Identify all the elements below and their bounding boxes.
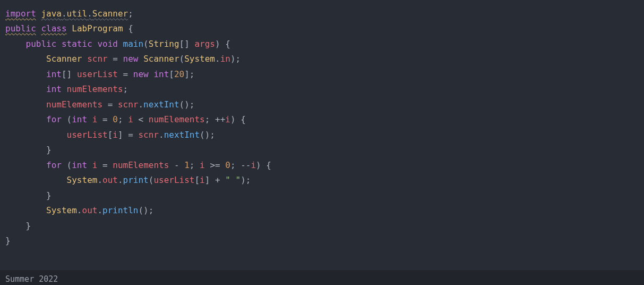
- code-token: (: [149, 175, 154, 185]
- code-token: ) {: [256, 160, 271, 170]
- code-token: ();: [179, 99, 195, 110]
- code-token: ] =: [118, 130, 139, 140]
- code-token: .: [118, 175, 123, 185]
- code-token: out: [102, 175, 118, 185]
- code-token: =: [108, 54, 123, 64]
- code-token: numElements: [113, 160, 169, 170]
- code-token: .: [97, 175, 102, 185]
- code-token: ();: [200, 130, 215, 140]
- code-token: Scanner: [92, 9, 128, 19]
- code-token: (: [62, 160, 72, 170]
- code-token: java: [41, 9, 62, 19]
- code-line[interactable]: numElements = scnr.nextInt();: [5, 97, 639, 112]
- code-line[interactable]: public class LabProgram {: [5, 21, 639, 36]
- code-line[interactable]: userList[i] = scnr.nextInt();: [5, 128, 639, 142]
- code-token: import: [5, 9, 36, 19]
- code-line[interactable]: }: [5, 233, 639, 248]
- code-token: scnr: [138, 130, 159, 140]
- code-token: 20: [174, 69, 184, 79]
- code-line[interactable]: public static void main(String[] args) {: [5, 37, 639, 52]
- code-token: [67, 23, 72, 33]
- code-token: ];: [184, 69, 194, 79]
- code-token: >=: [205, 160, 226, 170]
- code-editor[interactable]: import java.util.Scanner;public class La…: [0, 0, 644, 254]
- code-token: ; --: [230, 160, 251, 170]
- code-token: }: [46, 145, 51, 155]
- code-token: class: [41, 23, 66, 33]
- code-token: new: [133, 69, 149, 79]
- code-token: 1: [184, 160, 190, 170]
- code-token: i: [225, 114, 230, 124]
- code-token: new: [123, 54, 139, 64]
- code-token: println: [102, 205, 138, 215]
- status-bar: Summer 2022: [0, 270, 644, 285]
- code-token: ) {: [215, 39, 230, 49]
- code-token: =: [97, 114, 113, 124]
- code-token: public: [5, 23, 36, 33]
- code-line[interactable]: int numElements;: [5, 82, 639, 97]
- code-token: Scanner: [46, 54, 82, 64]
- code-token: [118, 39, 123, 49]
- code-token: numElements: [149, 114, 205, 124]
- code-token: []: [62, 69, 77, 79]
- code-token: =: [118, 69, 133, 79]
- code-token: [92, 39, 98, 49]
- code-line[interactable]: }: [5, 219, 639, 233]
- code-token: 0: [113, 114, 118, 124]
- code-token: ;: [123, 84, 128, 94]
- code-token: [62, 84, 67, 94]
- code-token: util: [67, 9, 88, 19]
- code-token: ();: [138, 205, 153, 215]
- code-line[interactable]: for (int i = 0; i < numElements; ++i) {: [5, 112, 639, 127]
- code-token: int: [46, 69, 62, 79]
- code-line[interactable]: Scanner scnr = new Scanner(System.in);: [5, 52, 639, 66]
- code-token: ; ++: [205, 114, 226, 124]
- code-token: i: [128, 114, 133, 124]
- code-token: 0: [225, 160, 230, 170]
- code-token: );: [230, 54, 241, 64]
- code-token: [36, 9, 41, 19]
- code-token: }: [26, 221, 31, 231]
- code-line[interactable]: }: [5, 142, 639, 157]
- code-token: .: [87, 9, 92, 19]
- code-token: }: [46, 190, 51, 200]
- code-token: main: [123, 39, 144, 49]
- code-token: {: [123, 23, 133, 33]
- code-token: (: [143, 39, 149, 49]
- code-token: args: [194, 39, 215, 49]
- code-token: }: [5, 236, 11, 246]
- code-token: void: [97, 39, 118, 49]
- code-token: [87, 114, 92, 124]
- code-line[interactable]: for (int i = numElements - 1; i >= 0; --…: [5, 158, 639, 173]
- code-token: String: [149, 39, 179, 49]
- code-token: );: [241, 175, 251, 185]
- code-token: " ": [225, 175, 241, 185]
- code-token: .: [159, 130, 164, 140]
- code-token: []: [179, 39, 195, 49]
- status-left-text: Summer 2022: [5, 274, 58, 284]
- code-token: i: [92, 160, 98, 170]
- code-line[interactable]: }: [5, 188, 639, 203]
- code-token: <: [133, 114, 149, 124]
- code-token: userList: [77, 69, 118, 79]
- code-token: nextInt: [164, 130, 200, 140]
- code-line[interactable]: System.out.println();: [5, 203, 639, 218]
- code-token: [138, 54, 143, 64]
- code-token: .: [138, 99, 143, 110]
- code-line[interactable]: import java.util.Scanner;: [5, 6, 639, 21]
- code-token: out: [82, 205, 98, 215]
- code-token: LabProgram: [72, 23, 123, 33]
- code-token: (: [179, 54, 185, 64]
- code-token: static: [62, 39, 92, 49]
- code-token: int: [46, 84, 62, 94]
- code-token: public: [26, 39, 57, 49]
- code-token: .: [62, 9, 67, 19]
- code-token: int: [72, 114, 87, 124]
- code-line[interactable]: int[] userList = new int[20];: [5, 67, 639, 82]
- code-token: .: [215, 54, 220, 64]
- code-token: i: [200, 175, 205, 185]
- code-token: ] +: [205, 175, 226, 185]
- code-token: ;: [128, 9, 133, 19]
- code-token: in: [220, 54, 230, 64]
- code-line[interactable]: System.out.print(userList[i] + " ");: [5, 173, 639, 188]
